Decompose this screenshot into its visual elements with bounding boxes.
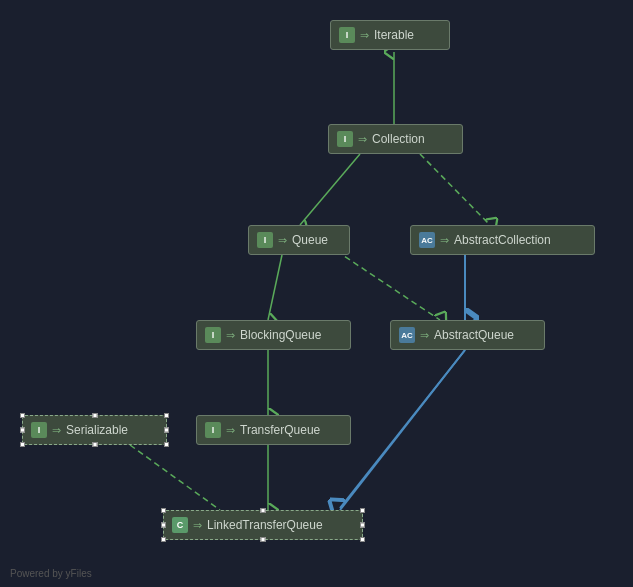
- node-collection-symbol: ⇒: [358, 133, 367, 146]
- node-serializable-symbol: ⇒: [52, 424, 61, 437]
- node-blocking-queue-symbol: ⇒: [226, 329, 235, 342]
- handle-bl: [20, 442, 25, 447]
- node-collection-label: Collection: [372, 132, 425, 146]
- handle-ltq-tr: [360, 508, 365, 513]
- node-abstract-collection-icon: AC: [419, 232, 435, 248]
- handle-ltq-mr: [360, 523, 365, 528]
- svg-line-4: [420, 154, 490, 225]
- node-abstract-queue-icon: AC: [399, 327, 415, 343]
- diagram-container: I ⇒ Iterable I ⇒ Collection I ⇒ Queue AC…: [0, 0, 633, 587]
- node-queue-label: Queue: [292, 233, 328, 247]
- node-serializable-label: Serializable: [66, 423, 128, 437]
- handle-mr: [164, 428, 169, 433]
- handle-bc: [92, 442, 97, 447]
- node-transfer-queue-icon: I: [205, 422, 221, 438]
- node-abstract-collection-label: AbstractCollection: [454, 233, 551, 247]
- node-transfer-queue-label: TransferQueue: [240, 423, 320, 437]
- node-linked-transfer-queue-symbol: ⇒: [193, 519, 202, 532]
- node-abstract-queue[interactable]: AC ⇒ AbstractQueue: [390, 320, 545, 350]
- powered-by-label: Powered by yFiles: [10, 568, 92, 579]
- node-iterable-label: Iterable: [374, 28, 414, 42]
- handle-ltq-br: [360, 537, 365, 542]
- node-abstract-collection[interactable]: AC ⇒ AbstractCollection: [410, 225, 595, 255]
- node-abstract-queue-symbol: ⇒: [420, 329, 429, 342]
- handle-ltq-tc: [261, 508, 266, 513]
- node-queue-icon: I: [257, 232, 273, 248]
- handle-br: [164, 442, 169, 447]
- node-queue-symbol: ⇒: [278, 234, 287, 247]
- node-blocking-queue-label: BlockingQueue: [240, 328, 321, 342]
- handle-ltq-bc: [261, 537, 266, 542]
- handle-ml: [20, 428, 25, 433]
- svg-line-13: [340, 350, 465, 508]
- handle-ltq-ml: [161, 523, 166, 528]
- node-collection[interactable]: I ⇒ Collection: [328, 124, 463, 154]
- svg-line-10: [130, 445, 220, 510]
- node-iterable-icon: I: [339, 27, 355, 43]
- node-abstract-collection-symbol: ⇒: [440, 234, 449, 247]
- node-iterable[interactable]: I ⇒ Iterable: [330, 20, 450, 50]
- handle-tr: [164, 413, 169, 418]
- node-iterable-symbol: ⇒: [360, 29, 369, 42]
- node-blocking-queue[interactable]: I ⇒ BlockingQueue: [196, 320, 351, 350]
- node-serializable-icon: I: [31, 422, 47, 438]
- node-blocking-queue-icon: I: [205, 327, 221, 343]
- svg-line-3: [300, 154, 360, 225]
- handle-ltq-bl: [161, 537, 166, 542]
- node-queue[interactable]: I ⇒ Queue: [248, 225, 350, 255]
- svg-line-11: [340, 350, 465, 510]
- handle-ltq-tl: [161, 508, 166, 513]
- node-linked-transfer-queue-icon: C: [172, 517, 188, 533]
- node-linked-transfer-queue-label: LinkedTransferQueue: [207, 518, 323, 532]
- node-linked-transfer-queue[interactable]: C ⇒ LinkedTransferQueue: [163, 510, 363, 540]
- handle-tc: [92, 413, 97, 418]
- node-abstract-queue-label: AbstractQueue: [434, 328, 514, 342]
- svg-line-5: [268, 255, 282, 320]
- node-transfer-queue[interactable]: I ⇒ TransferQueue: [196, 415, 351, 445]
- handle-tl: [20, 413, 25, 418]
- arrows-svg: [0, 0, 633, 587]
- node-serializable[interactable]: I ⇒ Serializable: [22, 415, 167, 445]
- node-collection-icon: I: [337, 131, 353, 147]
- node-transfer-queue-symbol: ⇒: [226, 424, 235, 437]
